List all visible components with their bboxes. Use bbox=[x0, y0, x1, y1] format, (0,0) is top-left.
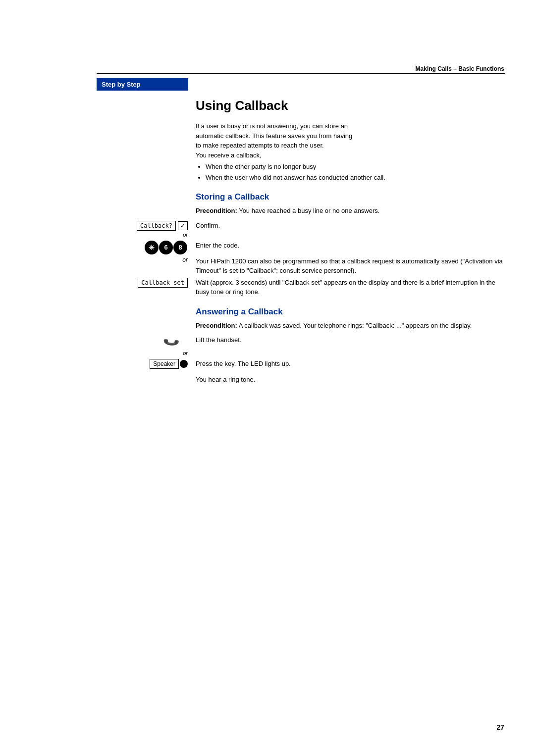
step-left-codes: ✳ 6 8 bbox=[97, 241, 196, 254]
handset-icon: 📞 bbox=[162, 332, 180, 351]
checkmark-box: ✓ bbox=[178, 221, 188, 230]
step-right-callback-set: Wait (approx. 3 seconds) until "Callback… bbox=[196, 278, 505, 297]
callback-set-display: Callback set bbox=[138, 278, 188, 288]
step-or-auto: or Your HiPath 1200 can also be programm… bbox=[97, 256, 505, 276]
step-left-callback-set: Callback set bbox=[97, 278, 196, 288]
header-title: Making Calls – Basic Functions bbox=[416, 65, 504, 72]
intro-text: If a user is busy or is not answering, y… bbox=[196, 121, 505, 182]
speaker-box: Speaker bbox=[150, 359, 179, 369]
step-speaker: Speaker Press the key. The LED lights up… bbox=[97, 359, 505, 369]
step-right-auto: Your HiPath 1200 can also be programmed … bbox=[196, 256, 505, 276]
section1-precondition: Precondition: You have reached a busy li… bbox=[196, 206, 505, 216]
section2-heading: Answering a Callback bbox=[196, 307, 505, 317]
step-callback-set: Callback set Wait (approx. 3 seconds) un… bbox=[97, 278, 505, 297]
callback-display-box: Callback? bbox=[137, 221, 176, 231]
step-left-or: or bbox=[97, 256, 196, 263]
step-left-speaker: Speaker bbox=[97, 359, 196, 369]
step-right-confirm: Confirm. bbox=[196, 221, 505, 231]
page-container: Making Calls – Basic Functions Step by S… bbox=[0, 0, 535, 756]
step-right-ring: You hear a ring tone. bbox=[196, 375, 505, 385]
step-ring-tone: You hear a ring tone. bbox=[97, 375, 505, 385]
page-title: Using Callback bbox=[196, 98, 505, 113]
main-wrapper: Using Callback If a user is busy or is n… bbox=[97, 78, 505, 716]
or-text-2: or bbox=[182, 256, 188, 263]
or-label-1: or bbox=[183, 232, 188, 238]
key-8: 8 bbox=[173, 241, 187, 254]
step-right-lift: Lift the handset. bbox=[196, 335, 505, 345]
key-star: ✳ bbox=[145, 241, 159, 254]
step-enter-code: ✳ 6 8 Enter the code. bbox=[97, 241, 505, 254]
step-left-callback: Callback? ✓ or bbox=[97, 221, 196, 239]
page-number: 27 bbox=[496, 723, 504, 731]
step-right-speaker: Press the key. The LED lights up. bbox=[196, 359, 505, 369]
step-lift-handset: 📞 or Lift the handset. bbox=[97, 335, 505, 357]
step-callback-confirm: Callback? ✓ or Confirm. bbox=[97, 221, 505, 239]
header-rule bbox=[97, 73, 505, 74]
step-left-handset: 📞 or bbox=[97, 335, 196, 357]
step-right-enter-code: Enter the code. bbox=[196, 241, 505, 251]
section2-precondition: Precondition: A callback was saved. Your… bbox=[196, 321, 505, 331]
or-label-3: or bbox=[183, 350, 188, 356]
key-6: 6 bbox=[159, 241, 173, 254]
led-circle bbox=[180, 360, 188, 368]
section1-heading: Storing a Callback bbox=[196, 192, 505, 202]
